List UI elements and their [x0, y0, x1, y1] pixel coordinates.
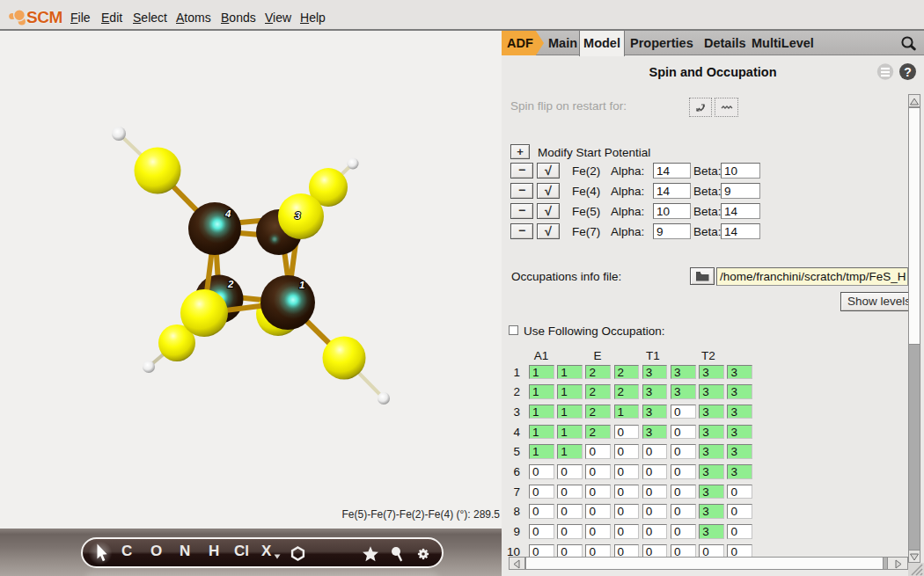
- svg-text:?: ?: [904, 65, 912, 79]
- svg-text:2: 2: [227, 279, 234, 289]
- svg-text:4: 4: [224, 208, 231, 219]
- svg-text:SCM: SCM: [26, 8, 62, 26]
- svg-text:1: 1: [299, 280, 304, 290]
- svg-text:3: 3: [295, 210, 301, 221]
